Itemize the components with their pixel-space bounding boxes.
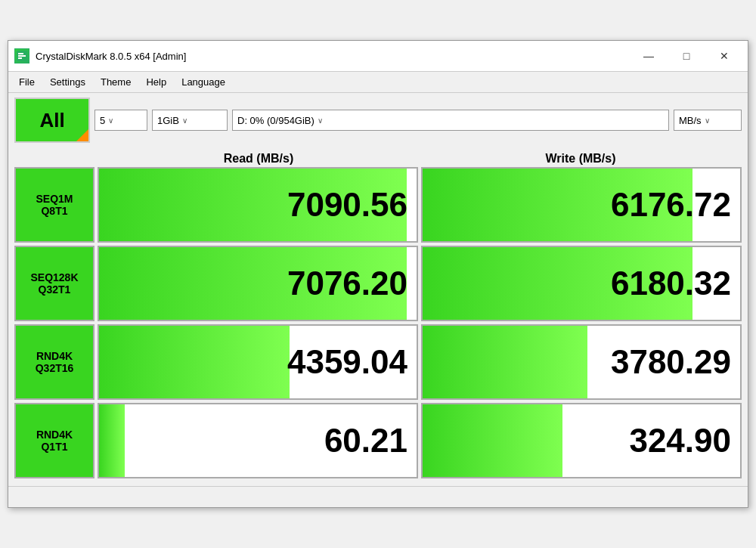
svg-rect-3 [18, 57, 22, 59]
loops-arrow: ∨ [108, 116, 113, 125]
read-value-2: 4359.04 [98, 324, 418, 400]
menu-help[interactable]: Help [138, 73, 174, 91]
unit-arrow: ∨ [705, 116, 710, 125]
row-values-3: 60.21 324.90 [98, 403, 742, 478]
window-title: CrystalDiskMark 8.0.5 x64 [Admin] [36, 51, 631, 62]
drive-select[interactable]: D: 0% (0/954GiB) ∨ [232, 110, 669, 131]
minimize-button[interactable]: — [631, 45, 666, 67]
menu-settings[interactable]: Settings [42, 73, 93, 91]
window-controls: — □ ✕ [631, 45, 742, 67]
benchmark-row: SEQ128K Q32T1 7076.20 6180.32 [14, 246, 742, 321]
benchmark-rows: SEQ1M Q8T1 7090.56 6176.72 SEQ128K Q32T1… [14, 167, 742, 478]
column-headers: Read (MB/s) Write (MB/s) [98, 152, 742, 166]
row-label-3: RND4K Q1T1 [14, 403, 94, 478]
write-value-0: 6176.72 [421, 167, 742, 243]
benchmark-row: RND4K Q32T16 4359.04 3780.29 [14, 324, 742, 400]
unit-select[interactable]: MB/s ∨ [674, 110, 742, 131]
menu-theme[interactable]: Theme [93, 73, 138, 91]
write-value-3: 324.90 [421, 403, 742, 478]
read-value-3: 60.21 [98, 403, 418, 478]
read-value-0: 7090.56 [98, 167, 418, 243]
row-values-1: 7076.20 6180.32 [98, 246, 742, 321]
toolbar: All 5 ∨ 1GiB ∨ D: 0% (0/954GiB) ∨ MB/s ∨ [8, 93, 748, 147]
content-area: Read (MB/s) Write (MB/s) SEQ1M Q8T1 7090… [8, 147, 748, 486]
row-values-2: 4359.04 3780.29 [98, 324, 742, 400]
benchmark-row: RND4K Q1T1 60.21 324.90 [14, 403, 742, 478]
row-label-2: RND4K Q32T16 [14, 324, 94, 400]
svg-rect-1 [18, 55, 26, 57]
main-window: CrystalDiskMark 8.0.5 x64 [Admin] — □ ✕ … [8, 40, 748, 508]
close-button[interactable]: ✕ [707, 45, 742, 67]
benchmark-row: SEQ1M Q8T1 7090.56 6176.72 [14, 167, 742, 243]
menu-language[interactable]: Language [174, 73, 233, 91]
app-icon [14, 48, 29, 63]
loops-select[interactable]: 5 ∨ [94, 110, 147, 131]
menubar: File Settings Theme Help Language [8, 72, 748, 93]
all-button[interactable]: All [14, 98, 90, 143]
write-value-1: 6180.32 [421, 246, 742, 321]
write-value-2: 3780.29 [421, 324, 742, 400]
read-value-1: 7076.20 [98, 246, 418, 321]
row-values-0: 7090.56 6176.72 [98, 167, 742, 243]
read-header: Read (MB/s) [98, 152, 420, 166]
drive-arrow: ∨ [318, 116, 323, 125]
size-select[interactable]: 1GiB ∨ [152, 110, 228, 131]
menu-file[interactable]: File [11, 73, 42, 91]
write-header: Write (MB/s) [420, 152, 742, 166]
svg-rect-2 [18, 53, 23, 54]
statusbar [8, 486, 748, 507]
row-label-1: SEQ128K Q32T1 [14, 246, 94, 321]
size-arrow: ∨ [182, 116, 187, 125]
titlebar: CrystalDiskMark 8.0.5 x64 [Admin] — □ ✕ [8, 41, 748, 72]
row-label-0: SEQ1M Q8T1 [14, 167, 94, 243]
maximize-button[interactable]: □ [669, 45, 704, 67]
